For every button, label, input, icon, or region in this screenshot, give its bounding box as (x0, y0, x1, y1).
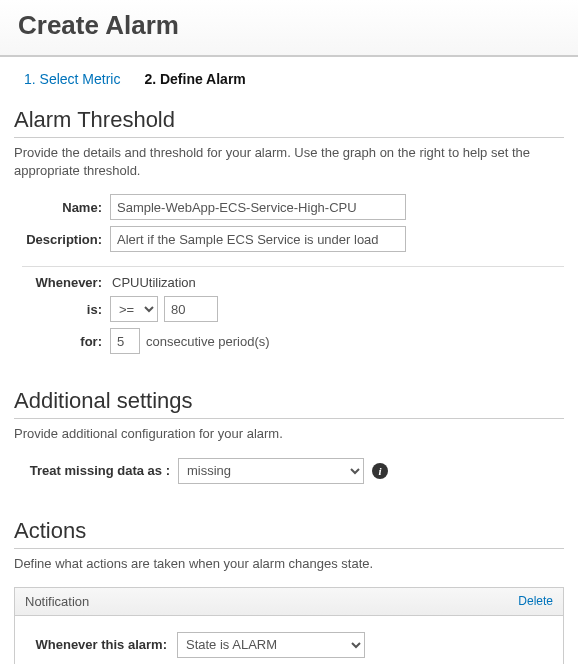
alarm-state-select[interactable]: State is ALARM (177, 632, 365, 658)
for-suffix: consecutive period(s) (146, 334, 270, 349)
panel-title: Notification (25, 594, 89, 609)
wizard-steps: 1. Select Metric 2. Define Alarm (14, 61, 564, 93)
name-input[interactable] (110, 194, 406, 220)
divider (22, 266, 564, 267)
additional-heading: Additional settings (14, 388, 564, 419)
comparison-select[interactable]: >= (110, 296, 158, 322)
is-label: is: (14, 302, 110, 317)
threshold-heading: Alarm Threshold (14, 107, 564, 138)
step-select-metric[interactable]: 1. Select Metric (24, 71, 120, 87)
missing-data-select[interactable]: missing (178, 458, 364, 484)
step-define-alarm: 2. Define Alarm (144, 71, 245, 87)
notification-panel: Notification Delete Whenever this alarm:… (14, 587, 564, 664)
page-title: Create Alarm (0, 0, 578, 57)
description-label: Description: (14, 232, 110, 247)
for-label: for: (14, 334, 110, 349)
info-icon[interactable]: i (372, 463, 388, 479)
description-input[interactable] (110, 226, 406, 252)
delete-notification-link[interactable]: Delete (518, 594, 553, 608)
actions-heading: Actions (14, 518, 564, 549)
for-periods-input[interactable] (110, 328, 140, 354)
actions-desc: Define what actions are taken when your … (14, 555, 564, 573)
whenever-label: Whenever: (14, 275, 110, 290)
alarm-state-label: Whenever this alarm: (27, 637, 177, 652)
threshold-value-input[interactable] (164, 296, 218, 322)
threshold-desc: Provide the details and threshold for yo… (14, 144, 564, 180)
name-label: Name: (14, 200, 110, 215)
whenever-metric: CPUUtilization (110, 275, 196, 290)
additional-desc: Provide additional configuration for you… (14, 425, 564, 443)
missing-data-label: Treat missing data as : (14, 463, 178, 478)
